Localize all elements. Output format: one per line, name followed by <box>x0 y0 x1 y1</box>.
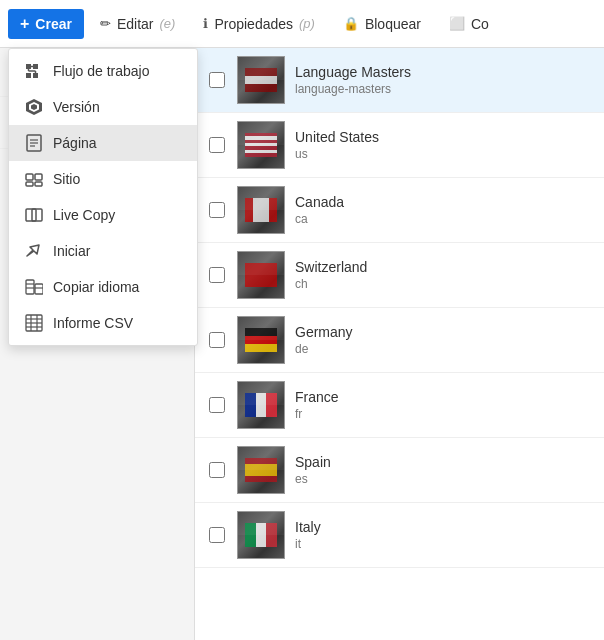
item-code: it <box>295 537 592 551</box>
menu-item-livecopy[interactable]: Live Copy <box>9 197 197 233</box>
list-item[interactable]: Germany de <box>195 308 604 373</box>
workflow-icon <box>25 62 43 80</box>
item-code: es <box>295 472 592 486</box>
editar-button[interactable]: ✏ Editar (e) <box>88 10 187 38</box>
item-info-language-masters: Language Masters language-masters <box>295 64 592 96</box>
svg-rect-21 <box>26 280 34 294</box>
editar-shortcut: (e) <box>160 16 176 31</box>
item-name: Italy <box>295 519 592 535</box>
co-button[interactable]: ⬜ Co <box>437 10 501 38</box>
svg-rect-19 <box>26 209 36 221</box>
list-item[interactable]: France fr <box>195 373 604 438</box>
svg-rect-17 <box>26 182 33 186</box>
checkbox-it[interactable] <box>207 525 227 545</box>
thumbnail-ca <box>237 186 285 234</box>
item-name: Switzerland <box>295 259 592 275</box>
propiedades-shortcut: (p) <box>299 16 315 31</box>
thumbnail-es <box>237 446 285 494</box>
list-item[interactable]: United States us <box>195 113 604 178</box>
menu-item-informecsv-label: Informe CSV <box>53 315 133 331</box>
menu-item-informecsv[interactable]: Informe CSV <box>9 305 197 341</box>
list-item[interactable]: Language Masters language-masters <box>195 48 604 113</box>
checkbox-language-masters[interactable] <box>207 70 227 90</box>
item-code: ch <box>295 277 592 291</box>
lock-icon: 🔒 <box>343 16 359 31</box>
checkbox-input[interactable] <box>209 332 225 348</box>
menu-item-version[interactable]: Versión <box>9 89 197 125</box>
menu-item-flujo-label: Flujo de trabajo <box>53 63 150 79</box>
checkbox-es[interactable] <box>207 460 227 480</box>
list-item[interactable]: Spain es <box>195 438 604 503</box>
info-icon: ℹ <box>203 16 208 31</box>
menu-item-sitio[interactable]: Sitio <box>9 161 197 197</box>
svg-rect-1 <box>33 64 38 69</box>
crear-dropdown-menu: Flujo de trabajo Versión Página <box>8 48 198 346</box>
thumbnail-it <box>237 511 285 559</box>
checkbox-input[interactable] <box>209 72 225 88</box>
propiedades-button[interactable]: ℹ Propiedades (p) <box>191 10 327 38</box>
item-code: ca <box>295 212 592 226</box>
list-item[interactable]: Italy it <box>195 503 604 568</box>
list-item[interactable]: Switzerland ch <box>195 243 604 308</box>
item-name: Germany <box>295 324 592 340</box>
launch-icon <box>25 242 43 260</box>
item-info-ca: Canada ca <box>295 194 592 226</box>
item-name: France <box>295 389 592 405</box>
checkbox-input[interactable] <box>209 267 225 283</box>
menu-item-sitio-label: Sitio <box>53 171 80 187</box>
checkbox-ca[interactable] <box>207 200 227 220</box>
bloquear-label: Bloquear <box>365 16 421 32</box>
checkbox-de[interactable] <box>207 330 227 350</box>
item-name: Canada <box>295 194 592 210</box>
crear-button[interactable]: + Crear <box>8 9 84 39</box>
thumbnail-language-masters <box>237 56 285 104</box>
co-icon: ⬜ <box>449 16 465 31</box>
pencil-icon: ✏ <box>100 16 111 31</box>
menu-item-version-label: Versión <box>53 99 100 115</box>
crear-label: Crear <box>35 16 72 32</box>
checkbox-input[interactable] <box>209 462 225 478</box>
toolbar: + Crear ✏ Editar (e) ℹ Propiedades (p) 🔒… <box>0 0 604 48</box>
list-item[interactable]: Canada ca <box>195 178 604 243</box>
item-code: de <box>295 342 592 356</box>
item-code: us <box>295 147 592 161</box>
thumbnail-fr <box>237 381 285 429</box>
svg-rect-20 <box>32 209 42 221</box>
item-info-fr: France fr <box>295 389 592 421</box>
menu-item-iniciar-label: Iniciar <box>53 243 90 259</box>
svg-rect-24 <box>35 284 43 294</box>
plus-icon: + <box>20 15 29 33</box>
page-icon <box>25 134 43 152</box>
menu-item-livecopy-label: Live Copy <box>53 207 115 223</box>
checkbox-input[interactable] <box>209 527 225 543</box>
menu-item-flujo[interactable]: Flujo de trabajo <box>9 53 197 89</box>
svg-rect-0 <box>26 64 31 69</box>
bloquear-button[interactable]: 🔒 Bloquear <box>331 10 433 38</box>
item-code: language-masters <box>295 82 592 96</box>
menu-item-pagina[interactable]: Página <box>9 125 197 161</box>
livecopy-icon <box>25 206 43 224</box>
item-info-us: United States us <box>295 129 592 161</box>
site-icon <box>25 170 43 188</box>
item-info-es: Spain es <box>295 454 592 486</box>
checkbox-fr[interactable] <box>207 395 227 415</box>
menu-item-copiarioma[interactable]: Copiar idioma <box>9 269 197 305</box>
checkbox-input[interactable] <box>209 137 225 153</box>
csv-icon <box>25 314 43 332</box>
item-info-it: Italy it <box>295 519 592 551</box>
language-icon <box>25 278 43 296</box>
checkbox-ch[interactable] <box>207 265 227 285</box>
menu-item-pagina-label: Página <box>53 135 97 151</box>
checkbox-input[interactable] <box>209 202 225 218</box>
version-icon <box>25 98 43 116</box>
menu-item-iniciar[interactable]: Iniciar <box>9 233 197 269</box>
thumbnail-ch <box>237 251 285 299</box>
content-list: Language Masters language-masters United… <box>195 48 604 640</box>
editar-label: Editar <box>117 16 154 32</box>
item-name: Language Masters <box>295 64 592 80</box>
thumbnail-de <box>237 316 285 364</box>
item-info-ch: Switzerland ch <box>295 259 592 291</box>
checkbox-us[interactable] <box>207 135 227 155</box>
checkbox-input[interactable] <box>209 397 225 413</box>
svg-rect-3 <box>33 73 38 78</box>
